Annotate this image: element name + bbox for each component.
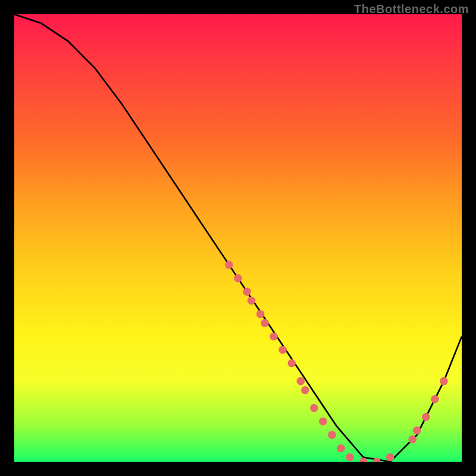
data-marker [301,386,309,394]
data-marker [225,261,233,269]
data-marker [422,413,430,421]
bottleneck-curve [14,14,462,462]
data-marker [310,404,318,412]
data-marker [248,297,256,305]
chart-frame: TheBottleneck.com [0,0,476,476]
data-marker [256,310,265,318]
data-marker [261,319,269,327]
data-marker [431,395,439,403]
data-marker [440,377,448,386]
data-marker [243,287,251,296]
data-marker [319,418,327,426]
data-marker [328,431,336,439]
data-marker [413,427,421,435]
plot-area [14,14,462,462]
data-marker [297,377,305,386]
curve-layer [14,14,462,462]
data-marker [337,444,345,453]
data-marker [409,436,417,444]
data-marker [287,359,296,368]
watermark-text: TheBottleneck.com [354,2,469,16]
markers-layer [225,261,447,462]
data-marker [234,274,242,283]
curve-svg [14,14,462,462]
data-marker [278,346,287,354]
data-marker [346,453,354,462]
data-marker [270,333,278,341]
data-marker [386,453,394,462]
